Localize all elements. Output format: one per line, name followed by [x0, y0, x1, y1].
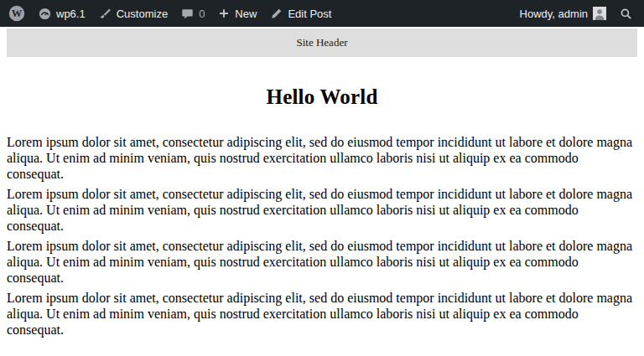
edit-post-menu[interactable]: Edit Post: [263, 0, 338, 27]
pencil-icon: [270, 8, 283, 20]
paragraph: Lorem ipsum dolor sit amet, consectetur …: [7, 238, 637, 286]
admin-bar-left-group: W wp6.1 Customize: [2, 0, 338, 27]
admin-bar-right-group: Howdy, admin: [513, 0, 639, 27]
site-header-label: Site Header: [296, 36, 347, 49]
paragraph: Lorem ipsum dolor sit amet, consectetur …: [7, 134, 637, 182]
comment-bubble-icon: [181, 8, 194, 20]
plus-icon: [218, 8, 230, 19]
paragraph: Lorem ipsum dolor sit amet, consectetur …: [7, 290, 637, 338]
site-page: Site Header Hello World Lorem ipsum dolo…: [7, 28, 637, 356]
site-name-menu[interactable]: wp6.1: [32, 0, 92, 27]
wp-admin-bar: W wp6.1 Customize: [0, 0, 644, 27]
post-content: Hello World Lorem ipsum dolor sit amet, …: [7, 85, 637, 338]
comments-count: 0: [199, 8, 205, 20]
edit-post-label: Edit Post: [288, 8, 331, 20]
howdy-label: Howdy, admin: [520, 8, 588, 20]
site-header: Site Header: [7, 28, 637, 57]
search-button[interactable]: [613, 0, 639, 27]
brush-icon: [99, 8, 112, 20]
post-title: Hello World: [7, 85, 637, 109]
customize-menu[interactable]: Customize: [92, 0, 174, 27]
paragraph: Lorem ipsum dolor sit amet, consectetur …: [7, 186, 637, 234]
wordpress-logo-icon: W: [8, 5, 25, 22]
dashboard-gauge-icon: [39, 8, 51, 20]
my-account-menu[interactable]: Howdy, admin: [513, 0, 613, 27]
customize-label: Customize: [117, 8, 168, 20]
search-icon: [620, 8, 632, 20]
wp-logo-menu[interactable]: W: [2, 0, 32, 27]
site-name-label: wp6.1: [56, 8, 86, 20]
comments-menu[interactable]: 0: [174, 0, 211, 27]
new-label: New: [235, 8, 257, 20]
svg-text:W: W: [12, 8, 23, 19]
avatar: [593, 7, 606, 20]
new-content-menu[interactable]: New: [211, 0, 263, 27]
